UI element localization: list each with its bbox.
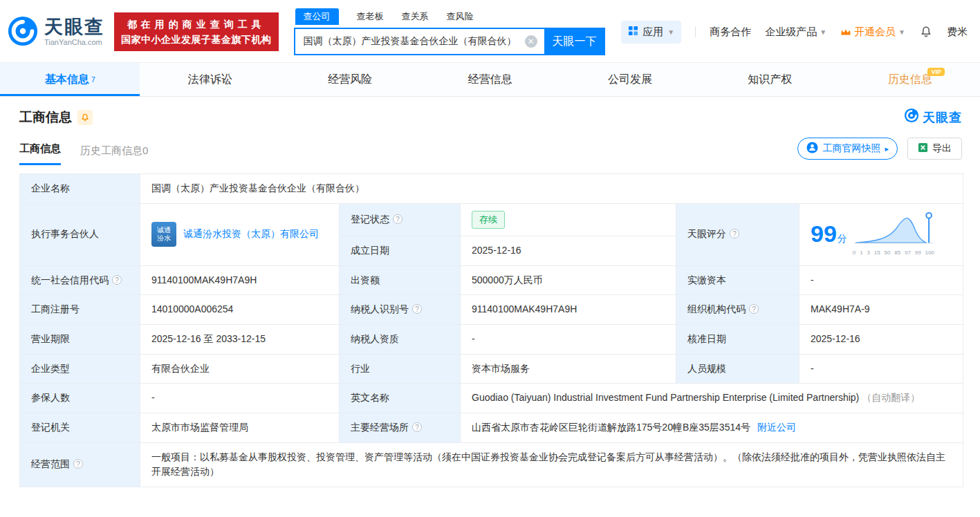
menu-cooperation[interactable]: 商务合作 [710,26,751,39]
table-row: 参保人数 - 英文名称 Guodiao (Taiyuan) Industrial… [20,384,963,413]
search-tab-company[interactable]: 查公司 [295,8,339,25]
field-value-insured-count: - [140,384,340,413]
vip-badge: VIP [927,68,945,76]
crown-icon [840,26,851,38]
search-area: 查公司 查老板 查关系 查风险 ✕ 天眼一下 [294,8,605,55]
tab-operation-risk[interactable]: 经营风险 [280,63,420,96]
score-curve-chart: 0131550859799100 [853,211,934,257]
menu-user-label: 费米 [947,26,968,39]
official-snapshot-button[interactable]: 工商官网快照 ▸ [797,138,898,160]
logo-domain: TianYanCha.com [44,38,104,46]
field-value-registration-number: 14010000A006254 [140,295,340,325]
field-label-tianyan-score: 天眼评分? [676,203,799,265]
clear-icon[interactable]: ✕ [525,35,537,48]
menu-enterprise[interactable]: 企业级产品 ▼ [765,26,826,39]
field-label-insured-count: 参保人数 [20,384,140,413]
field-value-tianyan-score: 99分 0131550859799100 [799,203,963,265]
tab-history-info[interactable]: 历史信息 VIP [840,63,980,96]
top-menu: 应用 ▼ 商务合作 企业级产品 ▼ 开通会员 ▼ 费米 [621,21,968,44]
tab-intellectual-property-label: 知识产权 [748,73,792,87]
menu-user[interactable]: 费米 [947,26,968,39]
score-axis-ticks: 0131550859799100 [853,249,934,257]
field-value-company-type: 有限合伙企业 [140,354,340,384]
tab-business-info-label: 经营信息 [468,73,512,87]
promo-banner-line2: 国家中小企业发展子基金旗下机构 [121,32,272,47]
field-value-business-scope: 一般项目：以私募基金从事股权投资、投资管理、资产管理等活动（须在中国证券投资基金… [140,442,963,487]
field-label-registration-authority: 登记机关 [20,413,140,442]
search-tab-boss[interactable]: 查老板 [357,8,384,25]
promo-banner-line1: 都在用的商业查询工具 [121,17,272,32]
table-row: 统一社会信用代码? 91140100MAK49H7A9H 出资额 500000万… [20,265,963,295]
help-icon[interactable]: ? [393,214,403,224]
search-tab-risk[interactable]: 查风险 [447,8,474,25]
field-value-registration-status: 存续 [461,203,676,236]
tab-basic-info-label: 基本信息 [45,73,89,87]
section-bell-icon[interactable] [77,110,93,125]
field-label-staff-size: 人员规模 [676,354,799,384]
field-value-establish-date: 2025-12-16 [461,236,676,265]
menu-cooperation-label: 商务合作 [710,26,751,39]
tianyancha-watermark-icon [904,108,919,126]
score-unit: 分 [838,233,847,244]
tab-history-info-label: 历史信息 [888,73,932,87]
field-label-company-type: 企业类型 [20,354,140,384]
field-value-taxpayer-id: 91140100MAK49H7A9H [461,295,676,325]
tab-legal-label: 法律诉讼 [188,73,232,87]
menu-vip[interactable]: 开通会员 ▼ [840,26,905,39]
table-row: 经营范围? 一般项目：以私募基金从事股权投资、投资管理、资产管理等活动（须在中国… [20,442,963,487]
field-label-english-name: 英文名称 [340,384,461,413]
tab-legal[interactable]: 法律诉讼 [140,63,279,96]
field-label-paid-capital: 实缴资本 [676,265,799,295]
apps-menu[interactable]: 应用 ▼ [621,21,681,44]
field-value-taxpayer-qualification: - [461,324,676,354]
field-label-business-address: 主要经营场所? [340,413,461,442]
help-icon[interactable]: ? [412,422,422,432]
notification-bell-icon[interactable] [919,25,933,39]
subtab-history-business-info[interactable]: 历史工商信息0 [80,144,148,165]
menu-enterprise-label: 企业级产品 [765,26,817,39]
menu-divider [695,26,696,37]
field-value-approval-date: 2025-12-16 [799,324,963,354]
export-button[interactable]: 导出 [907,138,962,160]
field-label-establish-date: 成立日期 [340,236,461,265]
help-icon[interactable]: ? [749,304,759,314]
tab-intellectual-property[interactable]: 知识产权 [700,63,840,96]
tab-basic-info-count: 7 [91,75,95,84]
excel-icon [918,142,928,155]
help-icon[interactable]: ? [73,459,83,469]
table-row: 登记机关 太原市市场监督管理局 主要经营场所? 山西省太原市杏花岭区巨轮街道解放… [20,413,963,442]
logo-title: 天眼查 [44,17,104,37]
search-button[interactable]: 天眼一下 [544,28,605,55]
subtab-business-info[interactable]: 工商信息 [19,142,61,165]
help-icon[interactable]: ? [112,275,122,285]
field-label-registration-number: 工商注册号 [20,295,140,325]
field-value-credit-code: 91140100MAK49H7A9H [140,265,340,295]
field-label-credit-code: 统一社会信用代码? [20,265,140,295]
official-snapshot-label: 工商官网快照 [822,142,880,155]
search-input[interactable] [294,28,544,55]
search-tab-relation[interactable]: 查关系 [402,8,429,25]
site-header: 天眼查 TianYanCha.com 都在用的商业查询工具 国家中小企业发展子基… [0,0,980,62]
partner-company-link[interactable]: 诚通汾水投资（太原）有限公司 [183,227,319,242]
field-value-staff-size: - [799,354,963,384]
tab-company-development[interactable]: 公司发展 [560,63,700,96]
nearby-companies-link[interactable]: 附近公司 [757,422,796,433]
search-tabs: 查公司 查老板 查关系 查风险 [295,8,605,25]
field-label-industry: 行业 [340,354,461,384]
help-icon[interactable]: ? [730,229,739,238]
field-value-english-name: Guodiao (Taiyuan) Industrial Investment … [461,384,963,413]
field-value-business-address: 山西省太原市杏花岭区巨轮街道解放路175号20幢B座35层3514号附近公司 [461,413,963,442]
partner-logo: 诚通 汾水 [151,222,176,247]
tab-business-info[interactable]: 经营信息 [420,63,560,96]
chevron-down-icon: ▼ [820,28,826,36]
tab-operation-risk-label: 经营风险 [328,73,372,87]
section-header: 工商信息 天眼查 [0,97,980,126]
field-value-registration-authority: 太原市市场监督管理局 [140,413,340,442]
field-label-business-term: 营业期限 [20,324,140,354]
field-value-business-term: 2025-12-16 至 2033-12-15 [140,324,340,354]
field-label-org-code: 组织机构代码? [676,295,799,325]
field-label-taxpayer-qualification: 纳税人资质 [340,324,461,354]
tab-basic-info[interactable]: 基本信息 7 [0,63,140,96]
tianyancha-logo[interactable]: 天眼查 TianYanCha.com [7,15,104,49]
help-icon[interactable]: ? [412,304,422,314]
